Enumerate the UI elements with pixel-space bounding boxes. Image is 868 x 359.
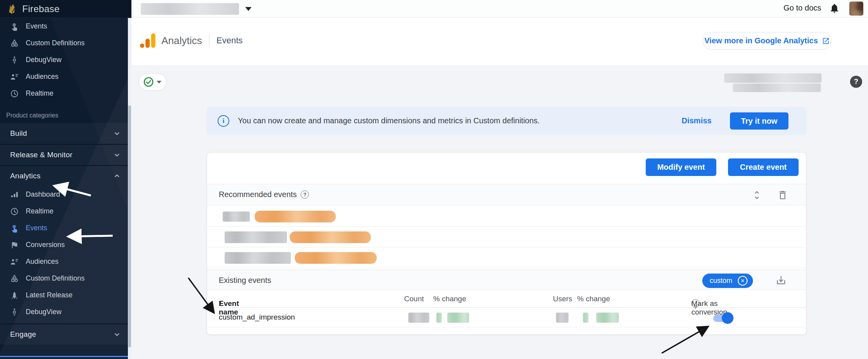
redacted-users-change-value bbox=[596, 313, 619, 323]
sidebar-item-label: Custom Definitions bbox=[26, 274, 85, 283]
check-circle-icon bbox=[143, 77, 154, 87]
sidebar-scrollbar[interactable] bbox=[128, 18, 131, 359]
existing-events-title: Existing events bbox=[219, 276, 271, 285]
redacted-date-range-line1 bbox=[724, 73, 822, 83]
redacted-event-badge bbox=[295, 252, 377, 264]
column-count[interactable]: Count bbox=[393, 295, 424, 303]
audiences-icon bbox=[10, 258, 19, 266]
debug-icon bbox=[10, 308, 19, 316]
dismiss-button[interactable]: Dismiss bbox=[682, 116, 712, 125]
redacted-users-change-indicator bbox=[583, 313, 588, 323]
help-outline-icon[interactable]: ? bbox=[691, 299, 700, 307]
sidebar-item-label: Latest Release bbox=[26, 291, 73, 299]
recommended-event-row[interactable] bbox=[207, 247, 806, 268]
notifications-bell-icon[interactable] bbox=[829, 3, 840, 14]
redacted-avatar-image bbox=[849, 2, 863, 16]
sidebar-item-latest-release[interactable]: Latest Release bbox=[0, 287, 131, 304]
sidebar-item-events[interactable]: Events bbox=[0, 18, 131, 35]
sidebar-item-dashboard[interactable]: Dashboard bbox=[0, 186, 131, 203]
clock-icon bbox=[10, 207, 19, 216]
sidebar-item-custom-definitions[interactable]: Custom Definitions bbox=[0, 35, 131, 52]
chevron-up-icon bbox=[113, 172, 121, 180]
recommended-events-list bbox=[207, 206, 806, 268]
caret-down-icon bbox=[245, 7, 252, 11]
redacted-event-name bbox=[223, 211, 250, 222]
create-event-button[interactable]: Create event bbox=[728, 158, 799, 176]
redacted-change-indicator bbox=[436, 313, 442, 323]
recommended-event-row[interactable] bbox=[207, 227, 806, 247]
sidebar-item-label: Audiences bbox=[26, 73, 58, 81]
section-release-monitor[interactable]: Release & Monitor bbox=[0, 144, 131, 165]
modify-event-button[interactable]: Modify event bbox=[646, 158, 716, 176]
column-users-percent-change[interactable]: % change bbox=[577, 295, 610, 303]
trash-icon[interactable] bbox=[777, 190, 788, 201]
scrollbar-thumb[interactable] bbox=[128, 105, 131, 347]
toggle-thumb bbox=[722, 312, 733, 324]
sidebar-bottom-indicator bbox=[0, 356, 128, 357]
sidebar-item-label: DebugView bbox=[26, 56, 62, 64]
events-card: Modify event Create event Recommended ev… bbox=[207, 152, 806, 335]
recommended-event-row[interactable] bbox=[207, 206, 806, 227]
help-outline-icon[interactable]: ? bbox=[301, 190, 309, 199]
sidebar-item-audiences[interactable]: Audiences bbox=[0, 68, 131, 85]
mark-as-conversion-toggle[interactable] bbox=[713, 313, 733, 323]
firebase-brand[interactable]: Firebase bbox=[0, 0, 131, 18]
sidebar: Firebase Events Custom Definitions Debug… bbox=[0, 0, 131, 359]
sidebar-shortcut-list: Events Custom Definitions DebugView Audi… bbox=[0, 18, 131, 102]
sidebar-item-conversions[interactable]: Conversions bbox=[0, 236, 131, 253]
sort-ascending-icon: ↑ bbox=[219, 299, 223, 308]
redacted-change-value bbox=[447, 313, 469, 323]
redacted-count-value bbox=[408, 313, 429, 323]
touch-icon bbox=[10, 224, 19, 233]
sidebar-item-debugview-analytics[interactable]: DebugView bbox=[0, 304, 131, 320]
shapes-icon bbox=[10, 274, 19, 283]
product-categories-label: Product categories bbox=[6, 112, 131, 119]
redacted-project-name bbox=[141, 3, 239, 15]
unfold-more-icon[interactable] bbox=[751, 190, 762, 201]
go-to-docs-link[interactable]: Go to docs bbox=[783, 4, 821, 12]
shapes-icon bbox=[10, 39, 19, 48]
sidebar-item-label: Custom Definitions bbox=[26, 39, 85, 47]
remove-filter-icon[interactable]: ✕ bbox=[738, 276, 748, 286]
data-status-dropdown[interactable] bbox=[138, 73, 167, 91]
caret-down-icon bbox=[157, 81, 161, 84]
bars-icon bbox=[10, 190, 19, 199]
section-analytics[interactable]: Analytics bbox=[0, 165, 131, 186]
events-table-header: Event name ↑ Count % change Users % chan… bbox=[207, 290, 806, 308]
clock-icon bbox=[10, 89, 19, 98]
sidebar-item-label: Audiences bbox=[26, 258, 58, 266]
redacted-event-name bbox=[225, 252, 291, 264]
chevron-down-icon bbox=[113, 151, 121, 159]
sidebar-item-label: DebugView bbox=[26, 308, 62, 316]
page-title: Events bbox=[216, 36, 243, 46]
sidebar-item-audiences-analytics[interactable]: Audiences bbox=[0, 253, 131, 270]
section-engage[interactable]: Engage bbox=[0, 323, 131, 345]
help-icon[interactable]: ? bbox=[850, 76, 862, 88]
sidebar-item-realtime-analytics[interactable]: Realtime bbox=[0, 203, 131, 220]
chevron-down-icon bbox=[113, 330, 121, 339]
sidebar-item-events-active[interactable]: Events bbox=[0, 220, 131, 236]
banner-message: You can now create and manage custom dim… bbox=[238, 116, 540, 125]
section-build[interactable]: Build bbox=[0, 123, 131, 144]
sidebar-item-custom-definitions-analytics[interactable]: Custom Definitions bbox=[0, 270, 131, 287]
column-users[interactable]: Users bbox=[553, 295, 572, 303]
user-avatar[interactable] bbox=[849, 2, 863, 16]
sidebar-item-debugview[interactable]: DebugView bbox=[0, 52, 131, 68]
view-more-google-analytics-button[interactable]: View more in Google Analytics bbox=[703, 32, 831, 50]
event-table-row[interactable]: custom_ad_impression bbox=[207, 308, 806, 327]
download-icon[interactable] bbox=[776, 275, 787, 286]
column-percent-change[interactable]: % change bbox=[433, 295, 466, 303]
sidebar-item-realtime[interactable]: Realtime bbox=[0, 85, 131, 102]
flag-icon bbox=[10, 241, 19, 249]
debug-icon bbox=[10, 56, 19, 64]
recommended-events-header: Recommended events ? bbox=[207, 184, 806, 205]
try-it-now-button[interactable]: Try it now bbox=[730, 112, 788, 130]
divider bbox=[209, 34, 209, 47]
redacted-event-badge bbox=[255, 211, 336, 222]
page-header: Analytics Events View more in Google Ana… bbox=[131, 18, 868, 66]
topbar: Go to docs bbox=[131, 0, 868, 18]
custom-filter-chip[interactable]: custom ✕ bbox=[702, 274, 753, 288]
existing-events-header: Existing events custom ✕ bbox=[207, 270, 806, 290]
event-name-cell: custom_ad_impression bbox=[219, 313, 295, 322]
redacted-event-badge bbox=[290, 231, 371, 243]
